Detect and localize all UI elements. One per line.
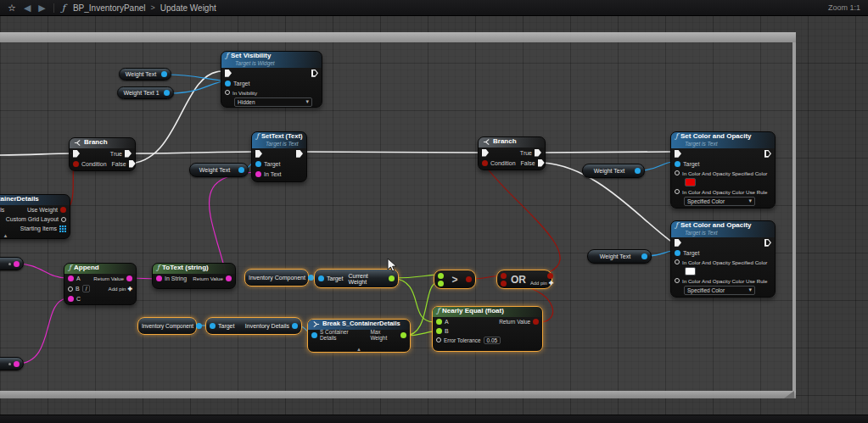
specified-color-pin[interactable] [675,170,680,175]
set-color-opacity-node-2[interactable]: Set Color and Opacity Target is Text Tar… [670,220,776,298]
bool-out-pin[interactable] [466,276,472,282]
exec-in-pin[interactable] [73,150,80,158]
string-out-pin[interactable] [14,361,20,367]
forward-icon[interactable]: ▶ [38,3,45,14]
set-text-node[interactable]: SetText (Text) Target is Text Target In … [251,131,307,182]
b-value-input[interactable]: / [82,285,91,292]
true-exec-pin[interactable] [125,150,132,158]
a-pin[interactable] [438,273,444,279]
color-swatch[interactable] [685,178,696,186]
error-tolerance-pin[interactable] [436,337,441,342]
branch-node-left[interactable]: Branch True ConditionFalse [69,137,136,171]
exec-in-pin[interactable] [255,150,262,158]
target-pin[interactable] [318,276,324,281]
getter-pill-weight-text-right-2[interactable]: Weight Text [587,249,652,264]
exec-in-pin[interactable] [675,150,681,158]
b-pin[interactable] [436,328,442,334]
target-pin[interactable] [225,81,231,86]
or-node[interactable]: OR Add pin [496,270,552,289]
break-container-details-node[interactable]: Break S_ContainerDetails S Container Det… [307,319,411,353]
in-string-pin[interactable] [156,276,162,281]
to-text-node[interactable]: ToText (string) In StringReturn Value [152,263,236,289]
object-out-pin[interactable] [164,90,170,96]
use-weight-pin[interactable] [60,207,66,213]
greater-than-node[interactable]: > [434,270,476,289]
add-pin-button[interactable]: Add pin [530,280,553,287]
object-out-pin[interactable] [308,275,314,281]
set-visibility-node[interactable]: Set Visibility Target is Widget Target I… [221,51,322,108]
getter-pill-inventory-component-2[interactable]: Inventory Component [137,317,197,335]
c-pin[interactable] [68,296,74,302]
condition-pin[interactable] [73,161,79,167]
a-pin[interactable] [501,273,507,279]
use-rule-dropdown[interactable]: Specified Color [684,286,755,295]
comment-resize-handle[interactable] [784,391,794,398]
b-pin[interactable] [438,281,444,287]
getter-pill-clipped-bottom[interactable] [0,357,24,370]
custom-grid-layout-pin[interactable] [61,217,66,222]
exec-out-pin[interactable] [311,70,318,77]
starting-items-map-pin[interactable] [59,225,66,232]
condition-pin[interactable] [482,160,488,166]
exec-in-pin[interactable] [225,70,232,77]
in-visibility-pin[interactable] [225,90,230,95]
true-exec-pin[interactable] [535,149,541,157]
visibility-dropdown[interactable]: Hidden [234,97,312,107]
getter-pill-weight-text-right-1[interactable]: Weight Text [582,164,645,178]
back-icon[interactable]: ◀ [24,3,31,14]
add-pin-button[interactable]: Add pin [109,286,132,292]
struct-in-pin[interactable] [311,332,317,338]
return-value-pin[interactable] [533,319,539,325]
collapse-arrow[interactable] [3,233,8,238]
set-color-opacity-node-1[interactable]: Set Color and Opacity Target is Text Tar… [670,131,776,209]
string-out-pin[interactable] [14,261,20,267]
append-node[interactable]: Append AReturn Value B/Add pin C [64,263,137,305]
in-text-pin[interactable] [255,171,261,177]
breadcrumb-root[interactable]: BP_InventoryPanel [73,3,146,13]
target-pin[interactable] [255,161,261,167]
specified-color-pin[interactable] [675,259,680,264]
comment-title-bar[interactable] [0,32,796,42]
nearly-equal-node[interactable]: Nearly Equal (float) AReturn Value B Err… [432,306,543,352]
target-pin[interactable] [675,161,680,167]
a-pin[interactable] [68,276,74,281]
target-pin[interactable] [675,250,680,256]
b-pin[interactable] [501,281,507,287]
color-swatch[interactable] [685,267,696,276]
collapse-arrow[interactable] [356,347,361,352]
color-use-rule-pin[interactable] [675,278,680,283]
b-pin[interactable] [68,287,73,292]
getter-pill-weight-text[interactable]: Weight Text [119,68,171,81]
exec-in-pin[interactable] [675,239,681,247]
object-out-pin[interactable] [238,167,244,173]
break-container-details-node-left[interactable]: Break S_ContainerDetails S Container Det… [0,194,70,239]
return-value-pin[interactable] [226,276,232,281]
object-out-pin[interactable] [641,253,647,259]
bool-out-pin[interactable] [547,273,553,279]
exec-in-pin[interactable] [482,149,489,157]
getter-pill-clipped-top[interactable] [0,257,24,270]
tolerance-input[interactable]: 0.05 [484,337,501,344]
use-rule-dropdown[interactable]: Specified Color [684,197,755,206]
getter-pill-inventory-component[interactable]: Inventory Component [244,269,309,287]
favorite-star-icon[interactable]: ☆ [8,3,16,14]
return-value-pin[interactable] [126,276,132,281]
false-exec-pin[interactable] [538,159,545,167]
a-pin[interactable] [436,319,442,325]
max-weight-pin[interactable] [400,332,406,338]
exec-out-pin[interactable] [296,150,303,158]
object-out-pin[interactable] [161,71,167,77]
breadcrumb[interactable]: BP_InventoryPanel > Update Weight [73,3,216,13]
float-out-pin[interactable] [389,276,395,281]
exec-out-pin[interactable] [764,150,771,158]
getter-pill-weight-text-mid[interactable]: Weight Text [189,163,249,177]
false-exec-pin[interactable] [129,160,136,168]
exec-out-pin[interactable] [764,239,771,247]
inventory-details-getter-node[interactable]: Target Inventory Details [205,317,302,335]
object-out-pin[interactable] [292,323,298,329]
object-out-pin[interactable] [635,168,641,174]
target-pin[interactable] [210,323,216,329]
breadcrumb-current[interactable]: Update Weight [160,3,216,13]
branch-node-right[interactable]: Branch True ConditionFalse [478,136,546,170]
getter-pill-weight-text-1[interactable]: Weight Text 1 [117,86,174,99]
